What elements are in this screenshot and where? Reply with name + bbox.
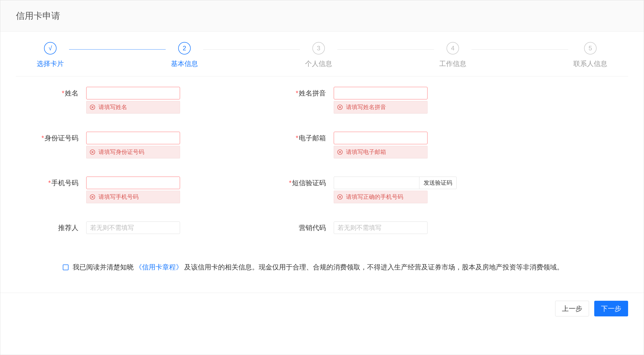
footer-actions: 上一步 下一步 bbox=[0, 293, 644, 324]
steps-bar: √ 选择卡片 2 基本信息 3 个人信息 4 工作信息 5 联系人信息 bbox=[16, 32, 628, 76]
error-pinyin: 请填写姓名拼音 bbox=[334, 101, 428, 113]
step-connector bbox=[203, 49, 300, 50]
step-label: 基本信息 bbox=[171, 59, 198, 68]
step-marker-done: √ bbox=[44, 42, 57, 55]
pinyin-input[interactable] bbox=[334, 87, 428, 99]
label-name: *姓名 bbox=[26, 87, 86, 99]
field-phone: *手机号码 请填写手机号码 bbox=[26, 177, 243, 203]
step-marker: 4 bbox=[447, 42, 459, 55]
error-icon bbox=[90, 104, 95, 110]
page-header: 信用卡申请 bbox=[0, 0, 644, 32]
step-connector bbox=[472, 49, 568, 50]
error-icon bbox=[90, 149, 95, 155]
agreement-checkbox[interactable] bbox=[63, 264, 69, 270]
prev-button[interactable]: 上一步 bbox=[555, 301, 589, 316]
step-work-info: 4 工作信息 bbox=[439, 42, 466, 68]
step-personal-info: 3 个人信息 bbox=[305, 42, 332, 68]
error-icon bbox=[337, 149, 343, 155]
step-marker-active: 2 bbox=[178, 42, 191, 55]
field-name: *姓名 请填写姓名 bbox=[26, 87, 243, 113]
send-sms-button[interactable]: 发送验证码 bbox=[419, 177, 457, 189]
error-icon bbox=[337, 104, 343, 110]
step-basic-info: 2 基本信息 bbox=[171, 42, 198, 68]
next-button[interactable]: 下一步 bbox=[594, 301, 628, 316]
label-idcard: *身份证号码 bbox=[26, 132, 86, 144]
error-sms: 请填写正确的手机号码 bbox=[334, 191, 428, 203]
agreement-suffix: 及该信用卡的相关信息。现金仅用于合理、合规的消费领取，不得进入生产经营及证券市场… bbox=[184, 263, 564, 272]
field-marketing: 营销代码 bbox=[274, 221, 490, 234]
page-title: 信用卡申请 bbox=[16, 10, 60, 22]
error-phone: 请填写手机号码 bbox=[86, 191, 180, 203]
field-idcard: *身份证号码 请填写身份证号码 bbox=[26, 132, 243, 158]
error-icon bbox=[90, 194, 95, 200]
phone-input[interactable] bbox=[86, 177, 180, 189]
label-pinyin: *姓名拼音 bbox=[274, 87, 334, 99]
step-marker: 5 bbox=[584, 42, 597, 55]
sms-input[interactable] bbox=[334, 177, 419, 189]
error-text: 请填写电子邮箱 bbox=[346, 148, 386, 156]
label-marketing: 营销代码 bbox=[274, 221, 334, 234]
error-email: 请填写电子邮箱 bbox=[334, 146, 428, 158]
step-select-card: √ 选择卡片 bbox=[37, 42, 64, 68]
idcard-input[interactable] bbox=[86, 132, 180, 144]
label-referrer: 推荐人 bbox=[26, 221, 86, 234]
agreement-prefix: 我已阅读并清楚知晓 bbox=[73, 263, 134, 272]
email-input[interactable] bbox=[334, 132, 428, 144]
step-label: 工作信息 bbox=[439, 59, 466, 68]
step-label: 选择卡片 bbox=[37, 59, 64, 68]
error-text: 请填写正确的手机号码 bbox=[346, 193, 403, 201]
form-area: *姓名 请填写姓名 *姓名拼音 请填写姓名拼音 bbox=[0, 76, 644, 282]
step-contact-info: 5 联系人信息 bbox=[573, 42, 607, 68]
error-text: 请填写姓名拼音 bbox=[346, 103, 386, 111]
field-pinyin: *姓名拼音 请填写姓名拼音 bbox=[274, 87, 490, 113]
error-text: 请填写姓名 bbox=[98, 103, 127, 111]
field-email: *电子邮箱 请填写电子邮箱 bbox=[274, 132, 490, 158]
error-icon bbox=[337, 194, 343, 200]
step-label: 个人信息 bbox=[305, 59, 332, 68]
field-sms: *短信验证码 发送验证码 请填写正确的手机号码 bbox=[274, 177, 490, 203]
error-text: 请填写手机号码 bbox=[98, 193, 139, 201]
label-sms: *短信验证码 bbox=[274, 177, 334, 189]
step-connector bbox=[69, 49, 166, 50]
label-phone: *手机号码 bbox=[26, 177, 86, 189]
name-input[interactable] bbox=[86, 87, 180, 99]
referrer-input[interactable] bbox=[86, 221, 180, 234]
agreement-link[interactable]: 《信用卡章程》 bbox=[135, 263, 183, 272]
agreement-row: 我已阅读并清楚知晓 《信用卡章程》 及该信用卡的相关信息。现金仅用于合理、合规的… bbox=[26, 252, 618, 282]
step-connector bbox=[337, 49, 434, 50]
marketing-input[interactable] bbox=[334, 221, 428, 234]
step-marker: 3 bbox=[312, 42, 325, 55]
error-text: 请填写身份证号码 bbox=[98, 148, 144, 156]
step-label: 联系人信息 bbox=[573, 59, 607, 68]
label-email: *电子邮箱 bbox=[274, 132, 334, 144]
error-name: 请填写姓名 bbox=[86, 101, 180, 113]
field-referrer: 推荐人 bbox=[26, 221, 243, 234]
error-idcard: 请填写身份证号码 bbox=[86, 146, 180, 158]
